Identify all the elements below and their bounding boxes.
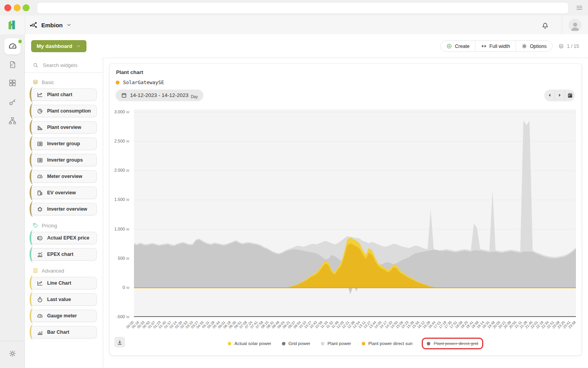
- dashboard-selector-button[interactable]: My dashboard: [31, 40, 86, 52]
- device-legend[interactable]: SolarGatewaySE: [116, 79, 164, 85]
- calendar-solid-icon: [567, 92, 573, 99]
- legend-item-plant-power-direct-grid[interactable]: Plant power direct grid: [422, 338, 483, 349]
- create-label: Create: [455, 44, 470, 49]
- chevron-down-icon: [76, 44, 81, 49]
- window-minimize-button[interactable]: [14, 4, 21, 11]
- widget-card-label: Inverter group: [47, 141, 80, 146]
- legend-dot: [362, 342, 365, 345]
- url-bar[interactable]: [37, 2, 569, 14]
- next-period-button[interactable]: [555, 90, 565, 101]
- sidebar-item-widgets[interactable]: [0, 75, 25, 91]
- period-nav-group: [544, 90, 575, 101]
- widget-card-last-value[interactable]: Last value: [31, 293, 97, 306]
- gear-icon: [521, 43, 527, 49]
- widget-card-label: Line Chart: [47, 280, 71, 286]
- widget-card-label: Meter overview: [47, 174, 82, 179]
- speedometer-icon: [8, 42, 18, 51]
- svg-text:€: €: [39, 236, 41, 239]
- widget-card-plant-overview[interactable]: Plant overview: [31, 121, 97, 134]
- widget-card-inverter-overview[interactable]: Inverter overview: [31, 203, 97, 215]
- sidebar-item-invoices[interactable]: €: [0, 57, 25, 72]
- legend-label: Plant power direct sun: [368, 341, 413, 346]
- date-granularity-label: Day: [191, 95, 198, 99]
- coins-icon: €: [37, 235, 43, 241]
- widgets-grid-icon: [8, 79, 17, 87]
- download-button[interactable]: [114, 337, 125, 347]
- sidebar-item-settings[interactable]: [0, 346, 25, 361]
- date-range-button[interactable]: 14-12-2023 - 14-12-2023 Day: [116, 90, 203, 101]
- legend-dot: [228, 342, 231, 345]
- sidebar-item-hierarchy[interactable]: [0, 113, 25, 129]
- nav-sidebar: €: [0, 34, 25, 368]
- widget-panel: BasicPlant chartPlant consumptionPlant o…: [25, 58, 103, 368]
- widget-card-plant-consumption[interactable]: Plant consumption: [31, 105, 97, 117]
- widget-card-line-chart[interactable]: Line Chart: [31, 277, 97, 289]
- legend-item-actual-solar-power[interactable]: Actual solar power: [228, 341, 271, 346]
- widget-card-ev-overview[interactable]: EV overview: [31, 187, 97, 199]
- organization-dropdown[interactable]: Embion: [30, 16, 72, 34]
- legend-item-grid-power[interactable]: Grid power: [282, 341, 310, 346]
- widget-card-actual-epex-price[interactable]: €Actual EPEX price: [31, 232, 97, 244]
- sidebar-item-dashboard[interactable]: [4, 38, 21, 55]
- window-zoom-button[interactable]: [23, 4, 30, 11]
- user-avatar[interactable]: [569, 19, 581, 32]
- calendar-picker-button[interactable]: [565, 90, 575, 101]
- options-button[interactable]: Options: [516, 41, 552, 51]
- card-accent: [30, 136, 37, 151]
- legend-dot: [282, 342, 285, 345]
- widget-card-label: Inverter overview: [47, 206, 87, 212]
- legend-label: Plant power direct grid: [433, 341, 478, 346]
- widget-card-meter-overview[interactable]: Meter overview: [31, 170, 97, 183]
- widget-search[interactable]: [25, 58, 103, 73]
- active-indicator-dot: [18, 40, 22, 43]
- legend-item-plant-power[interactable]: Plant power: [321, 341, 351, 346]
- stopwatch-icon: [37, 296, 43, 303]
- widget-card-label: Last value: [47, 297, 71, 302]
- chevron-down-icon: [66, 22, 72, 28]
- sidebar-item-access-keys[interactable]: [0, 94, 25, 110]
- sitemap-icon: [8, 116, 17, 125]
- window-close-button[interactable]: [4, 4, 11, 11]
- widget-card-label: EPEX chart: [47, 252, 73, 257]
- card-accent: [30, 324, 37, 340]
- layers-icon: [558, 43, 564, 49]
- full-width-label: Full width: [489, 44, 510, 49]
- widget-card-bar-chart[interactable]: Bar Chart: [31, 326, 97, 338]
- search-input[interactable]: [42, 62, 102, 69]
- chart-canvas: [134, 109, 576, 317]
- dashboard-toolbar: My dashboard Create Full width Options 1…: [25, 34, 588, 58]
- card-accent: [30, 120, 37, 135]
- legend-dot: [427, 342, 430, 345]
- svg-text:€: €: [11, 63, 13, 67]
- y-axis-label: 1.000W: [107, 227, 129, 231]
- widget-card-inverter-groups[interactable]: Inverter groups: [31, 154, 97, 166]
- gauge-icon: [37, 313, 43, 319]
- ev-charger-icon: [37, 190, 43, 196]
- device-name: SolarGatewaySE: [123, 79, 164, 85]
- y-axis-label: -500W: [107, 314, 129, 319]
- plant-chart-widget: Plant chart SolarGatewaySE 14-12-2023 - …: [109, 63, 582, 356]
- legend-label: Actual solar power: [234, 341, 271, 346]
- widget-card-epex-chart[interactable]: EPEX chart: [31, 248, 97, 261]
- card-accent: [30, 169, 37, 184]
- key-icon: [8, 98, 17, 106]
- list-icon: [37, 141, 43, 147]
- widget-card-gauge-meter[interactable]: Gauge meter: [31, 310, 97, 322]
- list-icon: [37, 157, 43, 164]
- widget-card-label: EV overview: [47, 190, 76, 195]
- header-actions: [541, 16, 588, 34]
- device-dot: [116, 81, 120, 85]
- notifications-bell-icon[interactable]: [541, 21, 549, 29]
- browser-menu-icon[interactable]: [576, 4, 583, 12]
- widget-card-plant-chart[interactable]: Plant chart: [31, 88, 97, 101]
- y-axis-label: 500W: [107, 256, 129, 261]
- app-logo[interactable]: [0, 16, 25, 34]
- prev-period-button[interactable]: [544, 90, 555, 101]
- create-button[interactable]: Create: [441, 41, 475, 51]
- widget-title: Plant chart: [116, 69, 143, 75]
- pie-chart-icon: [37, 108, 43, 114]
- card-accent: [30, 275, 37, 291]
- legend-item-plant-power-direct-sun[interactable]: Plant power direct sun: [362, 341, 413, 346]
- full-width-button[interactable]: Full width: [475, 41, 516, 51]
- widget-card-inverter-group[interactable]: Inverter group: [31, 137, 97, 150]
